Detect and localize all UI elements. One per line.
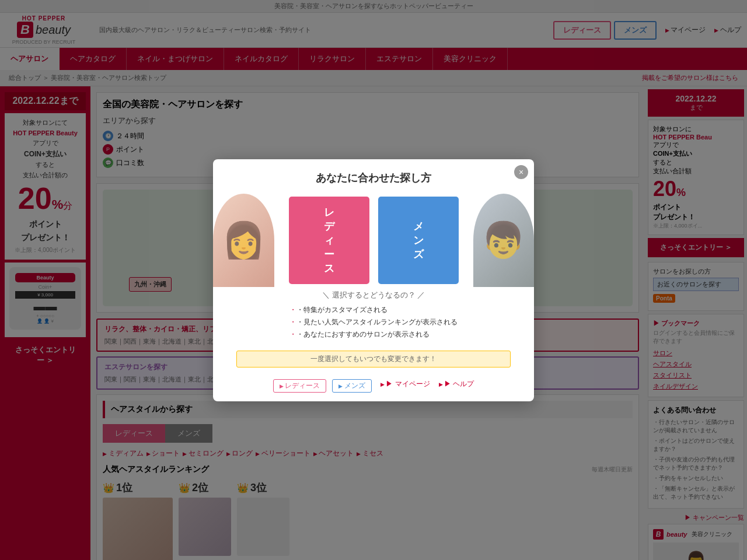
- modal-change-note: 一度選択してもいつでも変更できます！: [236, 351, 511, 368]
- modal-center: レディース メンズ: [274, 194, 473, 287]
- modal-footer: レディース メンズ ▶ マイページ ▶ ヘルプ: [213, 373, 534, 401]
- modal-explanation: 選択するとどうなるの？ ・特集がカスタマイズされる ・見たい人気ヘアスタイルラン…: [213, 287, 534, 373]
- modal-img-female: 👩: [213, 194, 274, 287]
- modal-benefit-3: ・あなたにおすすめのサロンが表示される: [289, 330, 458, 340]
- female-person-icon: 👩: [222, 219, 266, 261]
- modal-exp-title: 選択するとどうなるの？: [225, 290, 522, 300]
- modal-mens-button[interactable]: メンズ: [378, 197, 459, 284]
- modal-close-button[interactable]: ×: [514, 165, 528, 179]
- modal-benefit-2: ・見たい人気ヘアスタイルランキングが表示される: [289, 317, 458, 327]
- modal: × あなたに合わせた探し方 👩 レディース メンズ 👦 選択するとどうなるの？ …: [213, 159, 534, 401]
- modal-ladies-button[interactable]: レディース: [289, 197, 369, 284]
- modal-overlay[interactable]: × あなたに合わせた探し方 👩 レディース メンズ 👦 選択するとどうなるの？ …: [0, 0, 747, 560]
- male-person-icon: 👦: [481, 219, 525, 261]
- modal-footer-ladies[interactable]: レディース: [273, 379, 327, 393]
- modal-benefits: ・特集がカスタマイズされる ・見たい人気ヘアスタイルランキングが表示される ・あ…: [289, 305, 458, 342]
- modal-benefit-1: ・特集がカスタマイズされる: [289, 305, 458, 315]
- modal-img-male: 👦: [473, 194, 535, 287]
- modal-footer-mypage[interactable]: ▶ マイページ: [381, 379, 430, 393]
- modal-footer-links: ▶ マイページ ▶ ヘルプ: [381, 379, 474, 393]
- modal-footer-mens[interactable]: メンズ: [332, 379, 372, 393]
- modal-footer-help[interactable]: ▶ ヘルプ: [439, 379, 474, 393]
- modal-gender-buttons: レディース メンズ: [280, 194, 467, 287]
- modal-images: 👩 レディース メンズ 👦: [213, 194, 534, 287]
- modal-title: あなたに合わせた探し方: [213, 159, 534, 194]
- modal-footer-tabs: レディース メンズ: [273, 379, 372, 393]
